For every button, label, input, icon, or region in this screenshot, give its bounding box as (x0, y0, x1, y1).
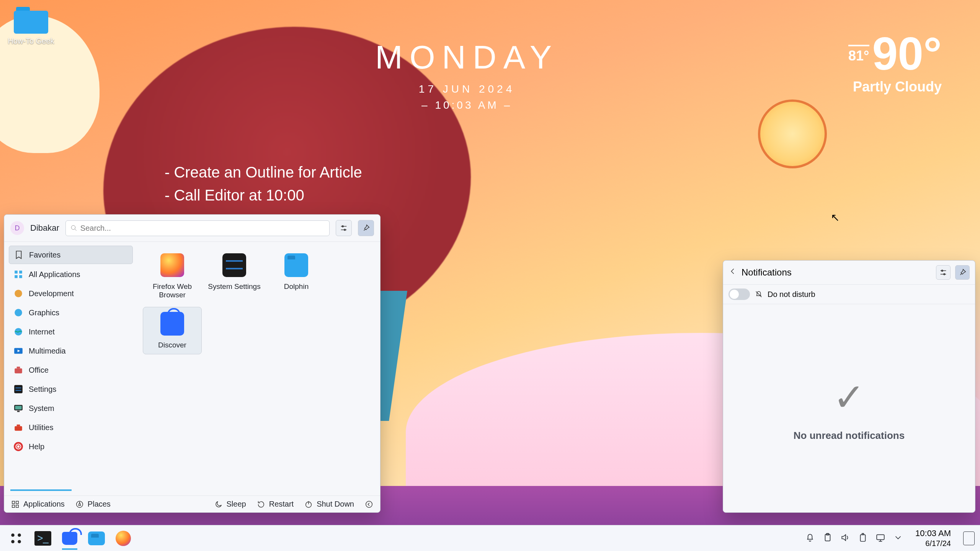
show-desktop-button[interactable] (963, 531, 975, 545)
chevron-left-icon (365, 500, 373, 509)
weather-widget: 81°90° Partly Cloudy (848, 31, 942, 95)
leave-more[interactable] (365, 500, 373, 509)
firefox-icon (160, 253, 184, 277)
app-dolphin[interactable]: Dolphin (267, 249, 326, 304)
task-discover[interactable] (59, 529, 80, 548)
sliders-icon (340, 224, 348, 232)
svg-rect-8 (15, 275, 18, 278)
configure-notifications-button[interactable] (936, 265, 951, 280)
task-dolphin[interactable] (86, 529, 107, 548)
volume-icon (840, 533, 850, 543)
svg-rect-9 (19, 275, 22, 278)
app-system-settings[interactable]: System Settings (205, 249, 264, 304)
dolphin-icon (88, 531, 105, 545)
app-firefox[interactable]: Firefox Web Browser (143, 249, 202, 304)
tray-expand[interactable] (893, 533, 903, 544)
tray-volume[interactable] (840, 533, 850, 544)
toolbox-icon (13, 422, 23, 432)
category-sidebar: Favorites All Applications Development G… (4, 242, 136, 496)
search-field[interactable] (65, 220, 330, 236)
task-konsole[interactable]: >_ (32, 529, 54, 548)
app-discover[interactable]: Discover (143, 307, 202, 354)
bell-off-icon (755, 290, 763, 298)
category-graphics[interactable]: Graphics (9, 304, 133, 321)
svg-rect-49 (862, 533, 864, 535)
svg-point-0 (71, 225, 75, 230)
svg-point-43 (11, 540, 15, 543)
category-favorites[interactable]: Favorites (9, 246, 133, 264)
battery-icon (858, 533, 868, 543)
desktop-folder-label: How-To Geek (6, 37, 56, 46)
do-not-disturb-toggle[interactable] (728, 289, 750, 300)
category-multimedia[interactable]: Multimedia (9, 342, 133, 360)
category-settings[interactable]: Settings (9, 380, 133, 398)
username-label: Dibakar (30, 223, 59, 233)
check-icon: ✓ (833, 375, 865, 420)
apps-icon (11, 500, 20, 509)
day-of-week: MONDAY (375, 38, 559, 76)
restart-icon (257, 500, 265, 509)
svg-rect-27 (12, 501, 15, 503)
power-sleep[interactable]: Sleep (214, 500, 246, 509)
svg-rect-15 (15, 368, 22, 373)
tab-applications[interactable]: Applications (11, 500, 65, 509)
user-avatar[interactable]: D (10, 221, 24, 235)
desktop-folder-howtogeek[interactable]: How-To Geek (6, 7, 56, 46)
svg-rect-16 (17, 367, 20, 368)
power-restart[interactable]: Restart (257, 500, 294, 509)
task-firefox[interactable] (113, 529, 134, 548)
svg-point-11 (15, 309, 22, 316)
tray-notifications[interactable] (805, 533, 815, 544)
category-internet[interactable]: Internet (9, 323, 133, 341)
svg-rect-30 (16, 505, 18, 507)
svg-point-41 (11, 533, 15, 537)
svg-rect-21 (15, 406, 21, 410)
chevron-left-icon (728, 267, 737, 276)
pin-button[interactable] (358, 220, 374, 236)
bookmark-icon (14, 250, 24, 260)
sliders-icon (939, 268, 947, 277)
category-help[interactable]: Help (9, 438, 133, 455)
svg-rect-48 (861, 535, 866, 541)
power-icon (304, 500, 313, 509)
taskbar-clock[interactable]: 10:03 AM 6/17/24 (915, 528, 951, 548)
application-launcher: D Dibakar Favorites All Applications Dev (4, 214, 381, 513)
svg-rect-23 (15, 426, 22, 431)
svg-point-26 (17, 445, 20, 448)
todo-item: - Call Editor at 10:00 (165, 184, 362, 207)
do-not-disturb-label: Do not disturb (768, 290, 815, 299)
tray-battery[interactable] (858, 533, 868, 544)
pin-notifications-button[interactable] (955, 265, 970, 280)
kde-logo-icon (10, 532, 23, 545)
play-icon (13, 346, 23, 356)
svg-point-42 (18, 533, 21, 537)
category-all-applications[interactable]: All Applications (9, 266, 133, 283)
tray-clipboard[interactable] (823, 533, 833, 544)
active-tab-indicator (10, 489, 72, 491)
taskbar: >_ 10:03 AM 6/17/24 (0, 525, 980, 551)
back-button[interactable] (728, 267, 737, 278)
svg-rect-24 (17, 424, 20, 426)
firefox-icon (116, 531, 131, 546)
svg-point-10 (15, 290, 22, 297)
chevron-down-icon (893, 533, 903, 543)
category-development[interactable]: Development (9, 285, 133, 302)
system-settings-icon (222, 253, 246, 277)
tray-network[interactable] (875, 533, 885, 544)
category-utilities[interactable]: Utilities (9, 419, 133, 436)
konsole-icon: >_ (34, 531, 51, 546)
category-office[interactable]: Office (9, 361, 133, 379)
svg-marker-47 (842, 535, 846, 540)
category-system[interactable]: System (9, 399, 133, 417)
configure-button[interactable] (336, 220, 352, 236)
power-shutdown[interactable]: Shut Down (304, 500, 354, 509)
tab-places[interactable]: Places (75, 500, 111, 509)
start-button[interactable] (5, 529, 27, 548)
weather-low: 81° (848, 45, 869, 64)
svg-rect-29 (12, 505, 15, 507)
search-input[interactable] (80, 224, 325, 233)
date-label: 17 JUN 2024 (375, 83, 559, 95)
briefcase-icon (13, 365, 23, 375)
search-icon (70, 225, 77, 231)
settings-tile-icon (13, 384, 23, 394)
